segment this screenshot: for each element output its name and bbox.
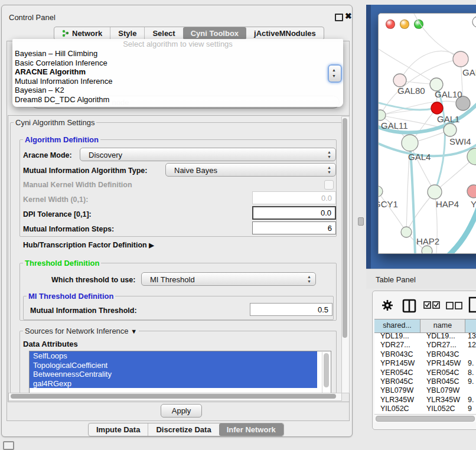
network-icon	[62, 30, 69, 37]
select-all-checkboxes-icon[interactable]	[423, 301, 440, 309]
split-columns-icon[interactable]	[402, 299, 416, 313]
network-node[interactable]	[467, 185, 476, 198]
which-threshold-combobox[interactable]: MI Threshold ▲▼	[141, 272, 316, 286]
table-cell	[465, 350, 476, 359]
network-edge[interactable]	[435, 84, 445, 192]
sources-group-title[interactable]: Sources for Network Inference ▼	[23, 327, 139, 335]
settings-horizontal-scrollbar[interactable]	[8, 393, 342, 401]
vertical-scrollbar-thumb[interactable]	[343, 118, 347, 338]
network-edge[interactable]	[414, 14, 461, 59]
tab-impute-data[interactable]: Impute Data	[89, 423, 148, 436]
mi-steps-field[interactable]: 6	[252, 221, 336, 234]
table-cell: YBL079W	[374, 386, 420, 395]
algorithm-option[interactable]: Mutual Information Inference	[12, 77, 343, 86]
hub-definition-toggle[interactable]: Hub/Transcription Factor Definition ▶	[23, 241, 154, 249]
table-horizontal-scrollbar[interactable]	[374, 414, 476, 422]
table-row[interactable]: YLR345WYLR345W9.	[374, 396, 476, 405]
network-node[interactable]	[422, 246, 432, 253]
network-edge[interactable]	[379, 49, 436, 84]
data-attribute-item[interactable]: BetweennessCentrality	[30, 370, 317, 379]
combo-stepper-focused[interactable]: ▲ ▼	[328, 64, 342, 83]
table-row[interactable]: YBR045CYBR045C9.	[374, 377, 476, 386]
network-node[interactable]	[428, 185, 442, 199]
table-column-header[interactable]: name	[420, 319, 465, 332]
network-node[interactable]	[467, 148, 476, 165]
data-attribute-item[interactable]: SelfLoops	[30, 351, 317, 361]
network-node[interactable]	[431, 102, 443, 114]
table-row[interactable]: YBL079WYBL079W	[374, 386, 476, 395]
dpi-tolerance-field[interactable]: 0.0	[252, 206, 336, 220]
network-edge[interactable]	[448, 204, 476, 253]
table-scrollbar-thumb[interactable]	[376, 416, 475, 422]
table-row[interactable]: YDL19...YDL19...13	[374, 332, 476, 341]
close-icon[interactable]: ✖	[345, 11, 352, 21]
algorithm-placeholder: Select algorithm to view settings	[12, 39, 343, 49]
table-column-header[interactable]: A	[465, 319, 476, 332]
network-node[interactable]	[402, 135, 418, 151]
network-node-label: SWI4	[449, 136, 471, 146]
settings-vertical-scrollbar[interactable]	[341, 116, 350, 393]
bottom-tabbar: Impute DataDiscretize DataInfer Network	[88, 423, 284, 436]
tab-label: Cyni Toolbox	[191, 29, 239, 38]
data-attributes-list[interactable]: SelfLoopsTopologicalCoefficientBetweenne…	[29, 351, 331, 394]
tab-infer-network[interactable]: Infer Network	[219, 423, 283, 436]
algorithm-option[interactable]: Bayesian – Hill Climbing	[12, 49, 343, 58]
table-panel-title: Table Panel	[376, 275, 416, 284]
kernel-width-label: Kernel Width (0,1):	[23, 195, 88, 204]
algorithm-definition-title: Algorithm Definition	[23, 135, 100, 144]
network-node[interactable]	[379, 110, 386, 120]
data-attribute-item[interactable]: gal4RGexp	[30, 379, 317, 389]
tab-network[interactable]: Network	[54, 27, 110, 40]
gear-icon[interactable]	[381, 299, 394, 312]
document-icon[interactable]	[468, 296, 476, 313]
algorithm-option[interactable]: Bayesian – K2	[12, 86, 343, 95]
tab-select[interactable]: Select	[144, 27, 182, 40]
mi-threshold-field[interactable]: 0.5	[250, 303, 332, 316]
list-scrollbar[interactable]	[322, 352, 330, 393]
table-cell: YDL19...	[374, 332, 420, 341]
data-attribute-item[interactable]: TopologicalCoefficient	[30, 361, 317, 370]
network-node[interactable]	[453, 51, 468, 67]
table-row[interactable]: YER054CYER054C8.	[374, 369, 476, 377]
algorithm-option[interactable]: Dream8 DC_TDC Algorithm	[12, 95, 343, 105]
table-row[interactable]: YIL052CYIL052C9	[374, 405, 476, 413]
horizontal-scrollbar-thumb[interactable]	[11, 394, 336, 399]
tab-jactivemnodules[interactable]: jActiveMNodules	[246, 27, 324, 40]
network-edge[interactable]	[379, 191, 406, 232]
kernel-width-field[interactable]: 0.0	[252, 191, 336, 204]
deselect-all-checkboxes-icon[interactable]	[446, 302, 462, 309]
network-node[interactable]	[401, 227, 412, 237]
collapsed-panel-icon[interactable]	[3, 441, 14, 450]
table-row[interactable]: YBR043CYBR043C	[374, 350, 476, 359]
manual-kernel-checkbox[interactable]	[324, 180, 334, 190]
algorithm-option[interactable]: Basic Correlation Inference	[12, 58, 343, 68]
tab-style[interactable]: Style	[110, 27, 144, 40]
network-view-window[interactable]: GALGAL80GAL10GAL11GAL1SWI4GAL4GCY1HAP4YH…	[378, 13, 476, 254]
mi-type-value: Naive Bayes	[174, 166, 217, 175]
tab-cyni-toolbox[interactable]: Cyni Toolbox	[183, 27, 246, 40]
mi-threshold-label: Mutual Information Threshold:	[30, 306, 137, 315]
tab-discretize-data[interactable]: Discretize Data	[148, 423, 219, 436]
network-edge[interactable]	[400, 51, 461, 80]
cyni-algorithm-settings-title: Cyni Algorithm Settings	[14, 118, 96, 127]
apply-button[interactable]: Apply	[161, 404, 202, 418]
table-row[interactable]: YDR27...YDR27...12	[374, 341, 476, 350]
algorithm-dropdown-popup: Select algorithm to view settings Bayesi…	[12, 39, 343, 107]
network-node[interactable]	[444, 123, 457, 136]
table-cell: 13	[465, 332, 476, 341]
table-cell: YBR045C	[420, 377, 465, 386]
table-cell: YER054C	[420, 369, 465, 377]
algorithm-option[interactable]: ARACNE Algorithm	[12, 67, 343, 77]
mi-type-combobox[interactable]: Naive Bayes ▲▼	[165, 163, 336, 177]
list-scrollbar-thumb[interactable]	[324, 353, 329, 387]
network-node[interactable]	[379, 186, 383, 197]
network-node[interactable]	[472, 17, 476, 27]
network-graph[interactable]: GALGAL80GAL10GAL11GAL1SWI4GAL4GCY1HAP4YH…	[379, 14, 476, 253]
network-node[interactable]	[393, 74, 406, 87]
table-row[interactable]: YPR145WYPR145W9.	[374, 359, 476, 368]
float-window-icon[interactable]	[335, 14, 343, 21]
table-column-header[interactable]: shared...	[374, 319, 420, 332]
aracne-mode-combobox[interactable]: Discovery ▲▼	[80, 148, 336, 161]
panel-splitter-handle[interactable]	[358, 217, 364, 226]
network-node-label: GAL4	[408, 152, 431, 162]
